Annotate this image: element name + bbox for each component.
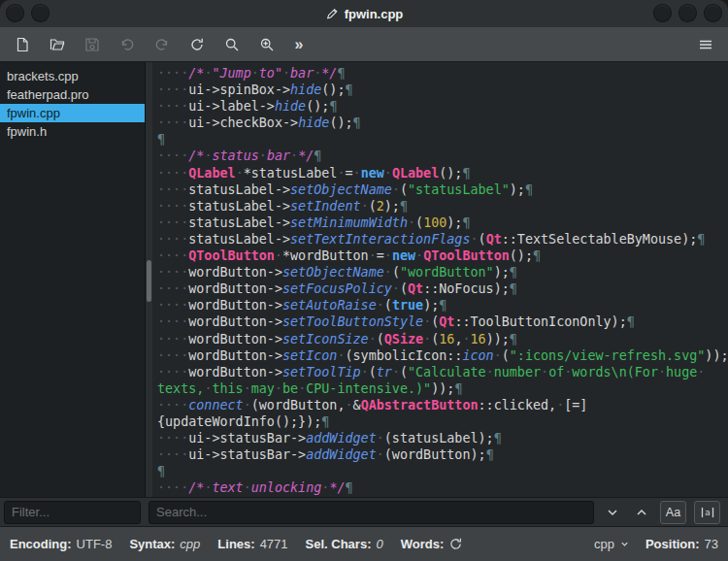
code-area[interactable]: ····/*·"Jump·to"·bar·*/¶····ui->spinBox-… [152, 62, 728, 497]
file-item[interactable]: fpwin.h [0, 122, 145, 141]
redo-icon [154, 37, 170, 52]
sel-chars-label: Sel. Chars: [306, 537, 372, 551]
menu-icon [697, 37, 714, 52]
code-line: ····/*·text·unlocking·*/¶ [157, 479, 728, 496]
editor-scrollbar[interactable] [146, 62, 152, 497]
edit-pencil-icon [325, 7, 339, 20]
lines-value: 4771 [260, 537, 288, 551]
words-label: Words: [401, 537, 445, 551]
word-count-refresh-button[interactable] [448, 537, 463, 551]
whole-word-icon: a [699, 505, 716, 520]
code-line: ····wordButton->setFocusPolicy·(Qt::NoFo… [157, 280, 728, 297]
code-line: ····wordButton->setToolButtonStyle·(Qt::… [157, 314, 728, 330]
search-row: Aa a [0, 497, 728, 526]
new-file-button[interactable] [10, 32, 35, 57]
code-line: ····statusLabel->setMinimumWidth·(100);¶ [157, 214, 728, 231]
code-line: ····ui->spinBox->hide();¶ [157, 82, 728, 98]
code-line: ····wordButton->setIconSize·(QSize·(16,·… [157, 331, 728, 347]
code-line: ····ui->checkBox->hide();¶ [157, 115, 728, 131]
chevron-up-icon [634, 505, 649, 520]
code-line: ····statusLabel->setIndent·(2);¶ [157, 198, 728, 214]
filter-input[interactable] [4, 501, 141, 524]
refresh-icon [448, 537, 463, 551]
find-replace-button[interactable] [254, 32, 280, 57]
file-list: brackets.cppfeatherpad.profpwin.cppfpwin… [0, 67, 145, 141]
file-item[interactable]: brackets.cpp [0, 67, 145, 85]
redo-button[interactable] [149, 32, 175, 57]
reload-button[interactable] [184, 32, 210, 57]
code-line: {updateWordInfo();});¶ [157, 413, 728, 430]
encoding-value: UTF-8 [77, 537, 113, 551]
save-icon [84, 37, 100, 52]
position-value: 73 [705, 537, 718, 551]
search-icon [224, 37, 240, 52]
search-input[interactable] [149, 501, 594, 524]
syntax-status: Syntax: cpp [129, 537, 200, 551]
search-toggle-button[interactable] [219, 32, 245, 57]
chevron-down-icon [605, 505, 620, 520]
search-prev-button[interactable] [631, 501, 652, 524]
selection-status: Sel. Chars: 0 [306, 537, 383, 551]
code-line: ····QLabel·*statusLabel·=·new·QLabel();¶ [157, 165, 728, 182]
window-button-3[interactable] [654, 5, 671, 21]
code-line: ····wordButton->setIcon·(symbolicIcon::i… [157, 347, 728, 364]
code-line: ¶ [157, 463, 728, 479]
window-button-1[interactable] [7, 5, 23, 21]
position-label: Position: [645, 537, 700, 551]
undo-button[interactable] [115, 32, 140, 57]
window-title: fpwin.cpp [325, 7, 404, 21]
window-title-text: fpwin.cpp [345, 7, 404, 21]
code-line: ····wordButton->setToolTip·(tr·("Calcula… [157, 364, 728, 380]
code-line: ····ui->label->hide();¶ [157, 98, 728, 115]
reload-icon [189, 37, 205, 52]
new-file-icon [15, 37, 30, 52]
code-line: ····wordButton->setObjectName·("wordButt… [157, 264, 728, 280]
window-button-4[interactable] [679, 5, 696, 21]
code-line: ····wordButton->setAutoRaise·(true);¶ [157, 297, 728, 314]
syntax-label: Syntax: [129, 537, 175, 551]
file-item[interactable]: fpwin.cpp [0, 104, 145, 122]
toolbar-overflow-button[interactable]: » [289, 32, 309, 57]
chevron-down-icon [619, 539, 630, 549]
main-area: brackets.cppfeatherpad.profpwin.cppfpwin… [0, 62, 728, 497]
titlebar: fpwin.cpp [0, 0, 728, 27]
find-replace-icon [259, 37, 275, 52]
statusbar-right: cpp Position: 73 [594, 537, 718, 551]
lines-status: Lines: 4771 [217, 537, 287, 551]
code-line: ····/*·status·bar·*/¶ [157, 148, 728, 164]
match-case-label: Aa [662, 506, 684, 519]
code-line: ····statusLabel->setObjectName·("statusL… [157, 182, 728, 198]
code-line: ····connect·(wordButton,·&QAbstractButto… [157, 397, 728, 413]
sel-chars-value: 0 [376, 537, 382, 551]
statusbar: Encoding: UTF-8 Syntax: cpp Lines: 4771 … [0, 526, 728, 561]
window-buttons-left [7, 5, 49, 21]
code-line: ····QToolButton·*wordButton·=·new·QToolB… [157, 248, 728, 264]
syntax-value: cpp [180, 537, 200, 551]
menu-button[interactable] [693, 32, 718, 57]
encoding-label: Encoding: [10, 537, 72, 551]
save-button[interactable] [80, 32, 105, 57]
window-button-2[interactable] [32, 5, 49, 21]
open-folder-icon [50, 37, 65, 52]
code-line: ¶ [157, 131, 728, 148]
match-case-button[interactable]: Aa [660, 501, 686, 524]
code-line: ····statusLabel->setTextInteractionFlags… [157, 231, 728, 248]
svg-text:a: a [705, 508, 710, 517]
code-line: texts,·this·may·be·CPU-intensive.)"));¶ [157, 380, 728, 397]
file-item[interactable]: featherpad.pro [0, 85, 145, 104]
scrollbar-handle[interactable] [147, 260, 151, 302]
position-status: Position: 73 [645, 537, 718, 551]
open-file-button[interactable] [45, 32, 70, 57]
code-line: ····/*·"Jump·to"·bar·*/¶ [157, 65, 728, 82]
code-line: ····ui->statusBar->addWidget·(wordButton… [157, 446, 728, 463]
window-buttons-right [654, 5, 721, 21]
undo-icon [119, 37, 135, 52]
search-next-button[interactable] [602, 501, 623, 524]
syntax-selector-value: cpp [594, 537, 614, 551]
syntax-selector[interactable]: cpp [594, 537, 630, 551]
window-button-5[interactable] [705, 5, 721, 21]
whole-word-button[interactable]: a [694, 501, 720, 524]
encoding-status: Encoding: UTF-8 [10, 537, 112, 551]
featherpad-window: fpwin.cpp [0, 0, 728, 561]
sidebar: brackets.cppfeatherpad.profpwin.cppfpwin… [0, 62, 146, 497]
